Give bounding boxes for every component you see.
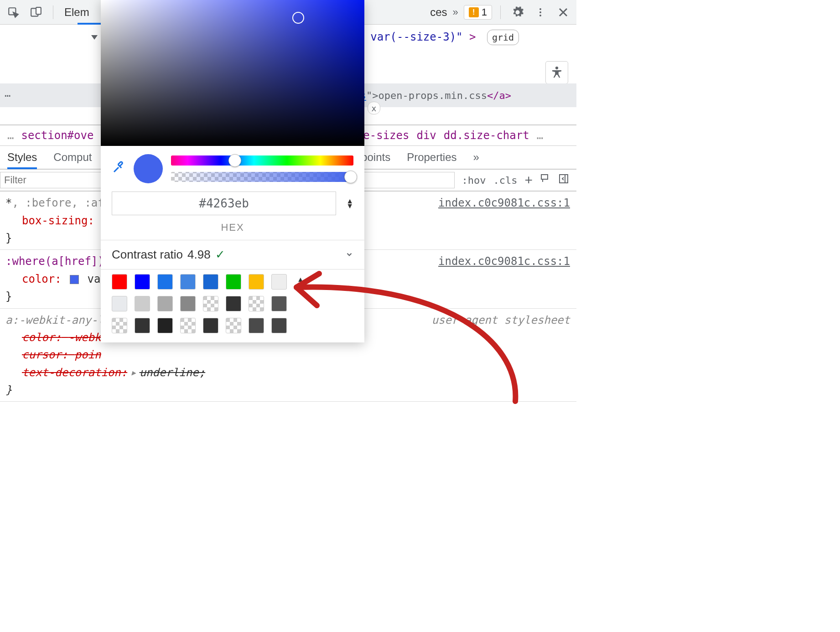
kebab-menu-icon[interactable] <box>532 4 549 21</box>
inspect-icon[interactable] <box>5 4 22 21</box>
alpha-thumb[interactable] <box>344 171 357 183</box>
subtabs-overflow[interactable]: » <box>473 151 479 164</box>
css-property[interactable]: box-sizing: <box>22 214 94 227</box>
color-swatch[interactable] <box>70 275 79 284</box>
panel-tab-elements[interactable]: Elem <box>64 6 89 19</box>
palette-swatch[interactable] <box>157 296 173 311</box>
css-property-overridden[interactable]: color: -webk <box>22 331 101 344</box>
palette-swatch[interactable] <box>157 274 173 290</box>
grid-badge[interactable]: grid <box>487 30 519 45</box>
tab-computed[interactable]: Comput <box>53 151 92 164</box>
selector-grey[interactable]: , :before, :af <box>12 197 104 209</box>
hue-slider[interactable] <box>171 155 353 166</box>
panel-tab-sources-partial[interactable]: ces <box>430 6 447 19</box>
attr-value[interactable]: var(--size-3)" <box>370 31 462 43</box>
panel-toggle-icon[interactable] <box>558 173 569 187</box>
chevron-down-icon[interactable] <box>345 248 353 262</box>
palette-swatch[interactable] <box>271 318 287 333</box>
current-color-swatch <box>134 154 163 183</box>
palette-swatch[interactable] <box>271 296 287 311</box>
palette-swatch[interactable] <box>226 274 241 290</box>
attr-close: "> <box>366 90 379 101</box>
contrast-ratio-row[interactable]: Contrast ratio 4.98 ✓ <box>101 240 364 269</box>
source-link[interactable]: index.c0c9081c.css:1 <box>438 253 570 270</box>
sv-cursor[interactable] <box>292 12 304 24</box>
palette-swatch[interactable] <box>203 274 218 290</box>
palette-swatch[interactable] <box>249 274 264 290</box>
palette-swatch[interactable] <box>180 274 196 290</box>
palette-swatch[interactable] <box>249 296 264 311</box>
hue-thumb[interactable] <box>228 154 241 167</box>
check-icon: ✓ <box>215 248 225 262</box>
palette-swatch[interactable] <box>203 318 218 333</box>
brush-icon[interactable] <box>540 173 551 187</box>
settings-icon[interactable] <box>509 4 526 21</box>
css-value[interactable]: underline; <box>140 366 206 379</box>
svg-point-3 <box>539 8 541 10</box>
hex-label: HEX <box>101 222 364 240</box>
palette-swatch[interactable] <box>180 296 196 311</box>
svg-rect-7 <box>541 175 548 179</box>
svg-point-6 <box>555 67 558 69</box>
contrast-value: 4.98 <box>187 248 211 262</box>
breadcrumb-item[interactable]: div <box>416 129 436 142</box>
css-property-overridden[interactable]: cursor: poin <box>22 348 101 361</box>
svg-rect-2 <box>36 7 41 14</box>
panel-tabs-overflow[interactable]: » <box>453 6 458 18</box>
palette-swatch[interactable] <box>157 318 173 333</box>
text-content: open-props.min.css <box>379 90 487 101</box>
issues-badge[interactable]: ! 1 <box>464 5 492 20</box>
format-stepper[interactable]: ▲▼ <box>346 198 353 208</box>
source-link[interactable]: index.c0c9081c.css:1 <box>438 194 570 212</box>
palette-swatch[interactable] <box>112 296 127 311</box>
ellipsis-icon[interactable]: ⋯ <box>5 90 10 101</box>
palette-swatch[interactable] <box>203 296 218 311</box>
closing-tag: </a> <box>487 90 511 101</box>
selector[interactable]: a:-webkit-any-l <box>5 314 104 326</box>
accessibility-button[interactable] <box>545 61 568 84</box>
hov-toggle[interactable]: :hov <box>462 175 486 186</box>
breadcrumb-overflow-right[interactable]: … <box>537 129 543 142</box>
device-toggle-icon[interactable] <box>27 4 45 21</box>
tab-properties[interactable]: Properties <box>407 151 456 164</box>
palette-swatch[interactable] <box>180 318 196 333</box>
hex-input[interactable] <box>112 192 336 215</box>
sv-gradient[interactable] <box>101 0 364 146</box>
selector[interactable]: * <box>5 197 12 209</box>
palette: ▲▼ <box>101 269 364 342</box>
new-rule-icon[interactable]: + <box>524 172 533 188</box>
breadcrumb-item[interactable]: dd.size-chart <box>444 129 529 142</box>
css-property[interactable]: color: <box>22 273 62 285</box>
palette-swatch[interactable] <box>112 318 127 333</box>
eyedropper-icon[interactable] <box>112 161 125 177</box>
breadcrumb-overflow-left[interactable]: … <box>7 129 14 142</box>
palette-swatch[interactable] <box>112 274 127 290</box>
user-agent-label: user agent stylesheet <box>432 311 570 329</box>
color-picker: ▲▼ HEX Contrast ratio 4.98 ✓ ▲▼ <box>101 0 364 342</box>
alpha-slider[interactable] <box>171 172 353 182</box>
css-property-overridden[interactable]: text-decoration: <box>22 366 127 379</box>
issues-count: 1 <box>482 6 487 18</box>
arrow-icon: ▸ <box>130 366 136 379</box>
palette-swatch[interactable] <box>135 296 150 311</box>
toolbar-divider <box>500 5 501 19</box>
palette-swatch[interactable] <box>271 274 287 290</box>
palette-swatch[interactable] <box>135 318 150 333</box>
breadcrumb-item[interactable]: section#ove <box>21 129 93 142</box>
warning-icon: ! <box>469 7 479 17</box>
palette-swatch[interactable] <box>249 318 264 333</box>
close-icon[interactable] <box>555 4 572 21</box>
palette-swatch[interactable] <box>226 296 241 311</box>
palette-swatch[interactable] <box>226 318 241 333</box>
palette-stepper[interactable]: ▲▼ <box>297 277 304 287</box>
svg-point-4 <box>539 11 541 13</box>
tab-styles[interactable]: Styles <box>7 151 37 164</box>
expand-icon[interactable] <box>91 35 98 40</box>
tag-close: > <box>469 31 476 43</box>
toolbar-divider <box>53 5 53 19</box>
palette-swatch[interactable] <box>135 274 150 290</box>
close-pill[interactable]: x <box>368 102 380 114</box>
selector[interactable]: :where(a[href]) <box>5 255 104 268</box>
svg-rect-8 <box>560 175 568 183</box>
cls-toggle[interactable]: .cls <box>493 175 517 186</box>
